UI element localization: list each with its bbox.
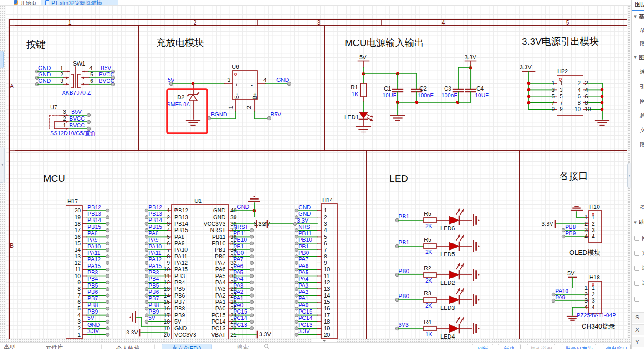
svg-text:8: 8 bbox=[167, 253, 170, 260]
svg-text:5V: 5V bbox=[87, 315, 95, 321]
svg-text:16: 16 bbox=[74, 234, 81, 240]
panel-group-helper[interactable]: ▼助手 bbox=[632, 218, 644, 226]
svg-text:8: 8 bbox=[324, 253, 327, 260]
schematic-canvas[interactable]: 12345AB按键SW1GND14B5VGND25BVCCGND36BVCCXK… bbox=[0, 5, 631, 342]
new-button[interactable]: 新建 bbox=[498, 344, 521, 349]
svg-text:17: 17 bbox=[74, 227, 81, 233]
checkbox-icon[interactable] bbox=[634, 281, 639, 286]
svg-text:PB4: PB4 bbox=[87, 276, 98, 282]
svg-text:GND: GND bbox=[174, 325, 187, 332]
svg-text:5: 5 bbox=[552, 93, 555, 100]
svg-text:PB8: PB8 bbox=[148, 302, 159, 309]
svg-text:PB12: PB12 bbox=[148, 204, 162, 211]
svg-text:3: 3 bbox=[324, 221, 327, 227]
status-x-row: X bbox=[632, 324, 644, 335]
svg-text:3: 3 bbox=[560, 87, 563, 93]
panel-group-shapes[interactable]: ▼图形 bbox=[632, 54, 644, 61]
svg-text:PA15: PA15 bbox=[87, 263, 101, 269]
svg-text:OLED模块: OLED模块 bbox=[569, 249, 601, 256]
panel-item[interactable]: 放置 bbox=[632, 26, 644, 34]
svg-text:3V3: 3V3 bbox=[399, 322, 409, 328]
svg-text:按键: 按键 bbox=[26, 39, 46, 50]
panel-item[interactable]: 文本 bbox=[632, 126, 644, 134]
svg-text:9: 9 bbox=[560, 106, 563, 112]
panel-item[interactable]: 网络 bbox=[632, 97, 644, 105]
panel-item[interactable]: 引脚 bbox=[632, 83, 644, 91]
svg-text:5: 5 bbox=[566, 20, 569, 26]
search-icon[interactable] bbox=[264, 344, 268, 348]
search-input[interactable]: 搜索 bbox=[237, 344, 249, 349]
svg-text:LED5: LED5 bbox=[440, 251, 455, 258]
svg-text:9: 9 bbox=[77, 279, 81, 286]
svg-text:R3: R3 bbox=[424, 290, 431, 297]
svg-text:2: 2 bbox=[60, 71, 63, 78]
tab-lceda-library[interactable]: 嘉立创EDA bbox=[162, 344, 212, 349]
svg-text:4: 4 bbox=[592, 304, 595, 310]
panel-checkbox-row[interactable] bbox=[632, 297, 644, 302]
panel-item[interactable]: 器件 bbox=[632, 203, 644, 211]
left-panel-expand-tab[interactable] bbox=[0, 51, 4, 68]
panel-item[interactable]: 图片 bbox=[632, 141, 644, 149]
svg-text:-: - bbox=[251, 82, 253, 88]
tab-active-schematic[interactable]: P1.stm32宠物逗猫棒 bbox=[41, 0, 118, 5]
svg-text:PB7: PB7 bbox=[87, 295, 98, 302]
tab-start-page[interactable]: 开始页 bbox=[9, 0, 41, 5]
save-as-button[interactable]: 批量另存为 bbox=[562, 344, 596, 349]
popout-button[interactable]: 弹出窗口 bbox=[603, 344, 631, 349]
refresh-button[interactable]: 刷新 bbox=[472, 344, 493, 349]
checkbox-icon[interactable] bbox=[634, 251, 639, 256]
svg-text:H17: H17 bbox=[67, 198, 78, 205]
svg-text:B+: B+ bbox=[252, 92, 258, 99]
panel-item[interactable]: 总线 bbox=[632, 112, 644, 120]
svg-text:3: 3 bbox=[592, 227, 595, 233]
tab-personal-library[interactable]: 个人收藏 bbox=[101, 344, 155, 349]
svg-text:7: 7 bbox=[77, 293, 81, 299]
svg-text:PB1: PB1 bbox=[215, 247, 225, 253]
svg-text:PA0: PA0 bbox=[215, 305, 225, 312]
svg-text:PA10: PA10 bbox=[87, 243, 101, 250]
svg-text:22: 22 bbox=[230, 325, 237, 332]
svg-text:4: 4 bbox=[584, 233, 588, 240]
svg-text:PB9: PB9 bbox=[565, 230, 576, 237]
svg-text:PA4: PA4 bbox=[298, 276, 308, 282]
svg-text:C2: C2 bbox=[419, 86, 427, 92]
checkbox-icon[interactable] bbox=[634, 297, 639, 302]
module-mcu-power: MCU电源输入输出5VR11KLED1C110UFC2100nF3.3VC310… bbox=[324, 26, 506, 150]
module-charge: 充放电模块5V3U6+-B-B+4GND1BGND2B5VD2SMF6.0A bbox=[139, 26, 324, 150]
svg-text:PA0: PA0 bbox=[298, 302, 308, 309]
svg-text:15: 15 bbox=[74, 240, 81, 247]
svg-text:GND: GND bbox=[276, 77, 289, 83]
panel-checkbox-row[interactable]: 连线 bbox=[632, 264, 644, 272]
checkbox-icon[interactable] bbox=[634, 266, 639, 271]
svg-text:10UF: 10UF bbox=[475, 92, 489, 99]
svg-text:11: 11 bbox=[324, 273, 330, 279]
svg-text:PA9: PA9 bbox=[87, 237, 97, 243]
horizontal-scrollbar-thumb[interactable] bbox=[312, 339, 337, 342]
svg-text:PB11: PB11 bbox=[212, 234, 225, 240]
svg-text:1: 1 bbox=[552, 80, 555, 86]
svg-text:NRST: NRST bbox=[298, 224, 314, 230]
checkbox-icon[interactable] bbox=[634, 236, 639, 241]
module-keys: 按键SW1GND14B5VGND25BVCCGND36BVCCXKB7070-Z… bbox=[15, 26, 139, 150]
svg-text:PA15: PA15 bbox=[174, 266, 188, 273]
svg-text:19: 19 bbox=[74, 214, 81, 221]
svg-text:16: 16 bbox=[164, 305, 170, 312]
help-button[interactable]: 操作说明 bbox=[527, 344, 555, 349]
svg-text:10: 10 bbox=[585, 106, 591, 112]
svg-text:PA1: PA1 bbox=[298, 295, 308, 302]
panel-checkbox-row[interactable]: 光标 bbox=[632, 249, 644, 257]
panel-item[interactable]: 连线 bbox=[632, 68, 644, 76]
panel-group-basic[interactable]: ▼基础 bbox=[632, 13, 644, 20]
panel-checkbox-row[interactable]: 网格 bbox=[632, 234, 644, 242]
panel-checkbox-row[interactable]: 边框 bbox=[632, 279, 644, 287]
svg-text:3.3V: 3.3V bbox=[465, 54, 477, 61]
left-panel-handle[interactable]: ◂ bbox=[0, 147, 5, 183]
module-v33-out: 3.3V电源引出模块3.3VH221133557799224466881010 bbox=[506, 26, 627, 150]
svg-text:7: 7 bbox=[167, 247, 170, 253]
panel-item[interactable]: 图元 bbox=[632, 40, 644, 48]
svg-text:PA7: PA7 bbox=[215, 260, 225, 266]
svg-text:2: 2 bbox=[77, 325, 81, 332]
svg-text:PC14: PC14 bbox=[211, 319, 225, 325]
tab-active-schematic-label: P1.stm32宠物逗猫棒 bbox=[51, 0, 102, 6]
svg-text:3: 3 bbox=[60, 78, 63, 84]
